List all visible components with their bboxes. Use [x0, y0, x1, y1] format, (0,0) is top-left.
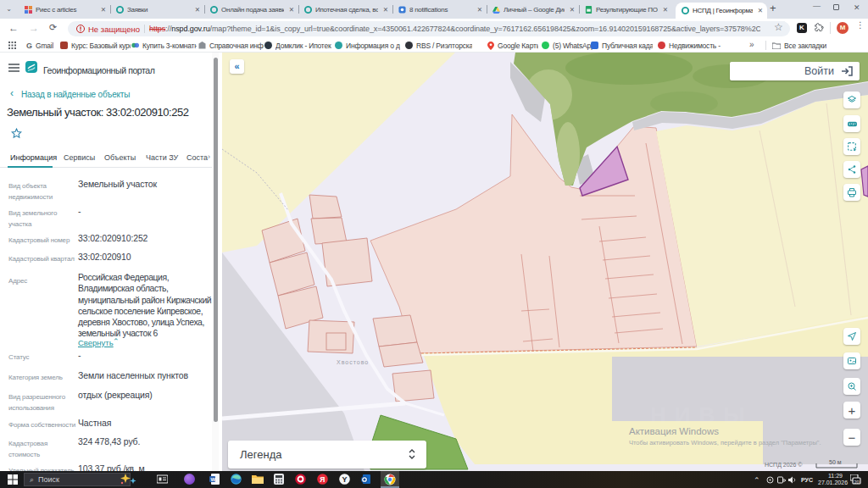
svg-text:20: 20: [854, 480, 860, 485]
svg-text:W: W: [211, 477, 216, 482]
svg-text:Я: Я: [320, 475, 325, 484]
svg-text:НИВЫ: НИВЫ: [650, 402, 754, 428]
svg-text:Y: Y: [342, 475, 347, 484]
svg-text:Хвостово: Хвостово: [337, 359, 369, 365]
